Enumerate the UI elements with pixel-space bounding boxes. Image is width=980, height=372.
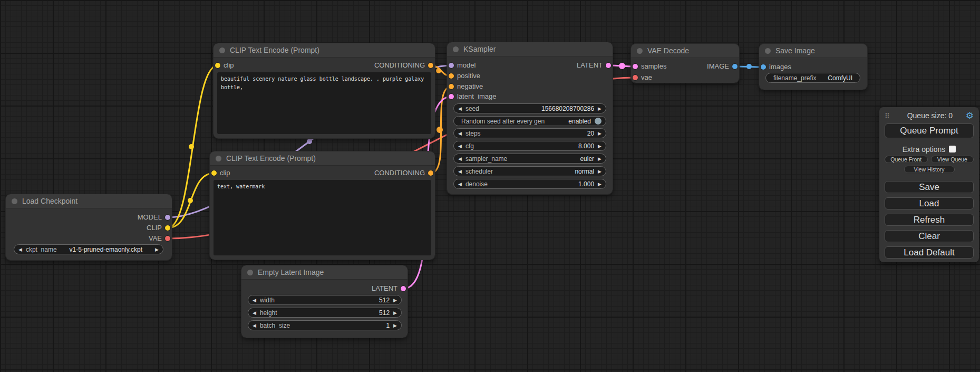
slot-label: CONDITIONING — [374, 169, 425, 177]
output-slot-latent[interactable]: LATENT — [241, 284, 407, 293]
sampler-name-widget[interactable]: ◀ sampler_name euler ▶ — [453, 154, 606, 164]
collapse-dot-icon[interactable] — [219, 47, 225, 53]
seed-widget[interactable]: ◀ seed 156680208700286 ▶ — [453, 103, 606, 113]
negative-input-dot[interactable] — [449, 84, 454, 89]
scheduler-widget[interactable]: ◀ scheduler normal ▶ — [453, 166, 606, 176]
clip-output-dot[interactable] — [165, 225, 170, 231]
node-title-bar[interactable]: CLIP Text Encode (Prompt) — [214, 43, 435, 58]
toggle-dot-icon[interactable] — [595, 118, 601, 125]
arrow-right-icon[interactable]: ▶ — [598, 156, 601, 161]
collapse-dot-icon[interactable] — [247, 270, 253, 275]
node-clip-text-encode-negative[interactable]: CLIP Text Encode (Prompt) clip CONDITION… — [210, 151, 435, 260]
slot-label: negative — [457, 82, 483, 90]
latent-output-dot[interactable] — [401, 286, 406, 291]
random-seed-toggle-widget[interactable]: Random seed after every gen enabled — [453, 116, 606, 126]
node-title-bar[interactable]: KSampler — [447, 42, 613, 56]
collapse-dot-icon[interactable] — [765, 48, 771, 54]
output-slot-conditioning[interactable]: CONDITIONING — [214, 61, 435, 70]
arrow-left-icon[interactable]: ◀ — [253, 310, 256, 316]
arrow-right-icon[interactable]: ▶ — [598, 144, 601, 149]
node-title-bar[interactable]: VAE Decode — [631, 44, 739, 58]
arrow-left-icon[interactable]: ◀ — [458, 106, 462, 111]
denoise-widget[interactable]: ◀ denoise 1.000 ▶ — [453, 179, 606, 189]
steps-widget[interactable]: ◀ steps 20 ▶ — [453, 128, 606, 138]
refresh-button[interactable]: Refresh — [885, 214, 974, 226]
output-slot-model[interactable]: MODEL — [6, 213, 172, 222]
arrow-left-icon[interactable]: ◀ — [458, 131, 462, 136]
node-title-bar[interactable]: CLIP Text Encode (Prompt) — [210, 151, 435, 166]
queue-prompt-button[interactable]: Queue Prompt — [885, 123, 974, 138]
model-output-dot[interactable] — [165, 215, 170, 220]
node-title-bar[interactable]: Empty Latent Image — [241, 265, 407, 280]
latent-output-dot[interactable] — [606, 63, 611, 68]
output-slot-latent[interactable]: LATENT — [447, 61, 613, 70]
save-button[interactable]: Save — [885, 181, 974, 193]
input-slot-positive[interactable]: positive — [447, 72, 613, 80]
node-save-image[interactable]: Save Image images filename_prefix ComfyU… — [759, 44, 867, 90]
output-slot-conditioning[interactable]: CONDITIONING — [210, 169, 435, 177]
collapse-dot-icon[interactable] — [216, 156, 221, 161]
node-load-checkpoint[interactable]: Load Checkpoint MODEL CLIP VAE ◀ ckpt_na… — [6, 194, 172, 260]
arrow-right-icon[interactable]: ▶ — [598, 182, 601, 187]
prompt-textarea[interactable]: text, watermark — [214, 180, 431, 255]
vae-input-dot[interactable] — [633, 75, 638, 80]
output-slot-vae[interactable]: VAE — [6, 234, 172, 243]
load-default-button[interactable]: Load Default — [885, 246, 974, 259]
input-slot-images[interactable]: images — [759, 63, 867, 71]
input-slot-latent-image[interactable]: latent_image — [447, 92, 613, 101]
node-vae-decode[interactable]: VAE Decode samples IMAGE vae — [631, 44, 739, 83]
node-title-bar[interactable]: Save Image — [759, 44, 867, 58]
conditioning-output-dot[interactable] — [428, 63, 433, 68]
collapse-dot-icon[interactable] — [453, 46, 459, 52]
input-slot-negative[interactable]: negative — [447, 82, 613, 91]
arrow-left-icon[interactable]: ◀ — [18, 247, 22, 252]
drag-handle-icon[interactable]: ⠿ — [885, 112, 894, 120]
latent-image-input-dot[interactable] — [449, 94, 454, 99]
vae-output-dot[interactable] — [165, 236, 170, 241]
output-slot-image[interactable]: IMAGE — [631, 62, 739, 71]
image-output-dot[interactable] — [732, 64, 738, 69]
graph-canvas[interactable]: Load Checkpoint MODEL CLIP VAE ◀ ckpt_na… — [0, 0, 980, 372]
height-widget[interactable]: ◀ height 512 ▶ — [248, 308, 402, 318]
prompt-textarea[interactable]: beautiful scenery nature glass bottle la… — [217, 72, 431, 134]
arrow-right-icon[interactable]: ▶ — [155, 247, 159, 252]
arrow-left-icon[interactable]: ◀ — [253, 298, 256, 303]
arrow-left-icon[interactable]: ◀ — [458, 144, 462, 149]
arrow-left-icon[interactable]: ◀ — [458, 169, 462, 174]
width-widget[interactable]: ◀ width 512 ▶ — [248, 295, 402, 305]
slot-label: latent_image — [457, 92, 496, 100]
node-empty-latent-image[interactable]: Empty Latent Image LATENT ◀ width 512 ▶ … — [241, 265, 407, 338]
cfg-widget[interactable]: ◀ cfg 8.000 ▶ — [453, 141, 606, 151]
batch-size-widget[interactable]: ◀ batch_size 1 ▶ — [248, 320, 402, 330]
arrow-right-icon[interactable]: ▶ — [598, 106, 601, 111]
widget-value: enabled — [568, 118, 591, 125]
node-title-bar[interactable]: Load Checkpoint — [6, 194, 172, 208]
arrow-right-icon[interactable]: ▶ — [598, 131, 601, 136]
input-slot-vae[interactable]: vae — [631, 73, 739, 82]
ckpt-name-widget[interactable]: ◀ ckpt_name v1-5-pruned-emaonly.ckpt ▶ — [14, 244, 163, 254]
arrow-left-icon[interactable]: ◀ — [458, 156, 462, 161]
arrow-right-icon[interactable]: ▶ — [393, 323, 397, 328]
view-queue-button[interactable]: View Queue — [931, 156, 974, 163]
arrow-right-icon[interactable]: ▶ — [393, 298, 397, 303]
output-slot-clip[interactable]: CLIP — [6, 224, 172, 232]
extra-options-checkbox[interactable] — [949, 146, 956, 152]
arrow-right-icon[interactable]: ▶ — [598, 169, 601, 174]
clear-button[interactable]: Clear — [885, 230, 974, 242]
load-button[interactable]: Load — [885, 197, 974, 209]
conditioning-output-dot[interactable] — [428, 170, 433, 176]
filename-prefix-widget[interactable]: filename_prefix ComfyUI — [765, 73, 860, 83]
collapse-dot-icon[interactable] — [12, 198, 17, 204]
view-history-button[interactable]: View History — [904, 166, 955, 173]
queue-front-button[interactable]: Queue Front — [885, 156, 928, 163]
arrow-left-icon[interactable]: ◀ — [253, 323, 256, 328]
arrow-left-icon[interactable]: ◀ — [458, 182, 462, 187]
settings-gear-icon[interactable]: ⚙ — [966, 111, 974, 120]
queue-panel[interactable]: ⠿ Queue size: 0 ⚙ Queue Prompt Extra opt… — [879, 107, 979, 262]
node-clip-text-encode-positive[interactable]: CLIP Text Encode (Prompt) clip CONDITION… — [214, 43, 435, 138]
images-input-dot[interactable] — [761, 64, 766, 70]
node-ksampler[interactable]: KSampler model LATENT positive negative … — [447, 42, 613, 194]
collapse-dot-icon[interactable] — [637, 48, 643, 54]
arrow-right-icon[interactable]: ▶ — [393, 310, 397, 316]
positive-input-dot[interactable] — [449, 73, 454, 79]
